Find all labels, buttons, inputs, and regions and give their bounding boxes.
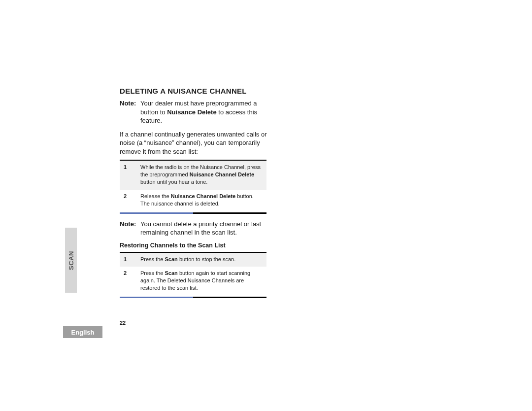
side-tab-label: SCAN — [67, 251, 75, 270]
step-number: 1 — [120, 160, 137, 190]
step-text: Release the Nuisance Channel Delete butt… — [137, 190, 266, 211]
table-row: 2 Press the Scan button again to start s… — [120, 267, 266, 296]
language-tab: English — [63, 326, 102, 338]
table-row: 2 Release the Nuisance Channel Delete bu… — [120, 190, 266, 211]
table-divider — [120, 212, 266, 214]
table-row: 1 Press the Scan button to stop the scan… — [120, 252, 266, 267]
page-number: 22 — [120, 320, 126, 326]
steps-table-2: 1 Press the Scan button to stop the scan… — [120, 252, 266, 296]
table-divider — [120, 297, 266, 298]
note-body: Your dealer must have preprogrammed a bu… — [140, 99, 267, 125]
subsection-heading: Restoring Channels to the Scan List — [120, 242, 267, 249]
step-text: While the radio is on the Nuisance Chann… — [137, 160, 266, 190]
content-column: DELETING A NUISANCE CHANNEL Note: Your d… — [120, 87, 267, 304]
step-number: 2 — [120, 267, 137, 296]
note-2: Note: You cannot delete a priority chann… — [120, 220, 267, 237]
intro-paragraph: If a channel continually generates unwan… — [120, 130, 267, 156]
step-text: Press the Scan button again to start sca… — [137, 267, 266, 296]
page: SCAN English DELETING A NUISANCE CHANNEL… — [0, 0, 532, 411]
note-label: Note: — [120, 220, 140, 237]
section-heading: DELETING A NUISANCE CHANNEL — [120, 87, 267, 95]
table-row: 1 While the radio is on the Nuisance Cha… — [120, 160, 266, 190]
note-label: Note: — [120, 99, 140, 125]
note-text-bold: Nuisance Delete — [167, 108, 216, 116]
steps-table-1: 1 While the radio is on the Nuisance Cha… — [120, 160, 266, 211]
step-number: 2 — [120, 190, 137, 211]
note-1: Note: Your dealer must have preprogramme… — [120, 99, 267, 125]
step-text: Press the Scan button to stop the scan. — [137, 252, 266, 267]
side-tab-scan: SCAN — [65, 228, 77, 293]
step-number: 1 — [120, 252, 137, 267]
language-label: English — [71, 329, 95, 336]
note-body: You cannot delete a priority channel or … — [140, 220, 267, 237]
